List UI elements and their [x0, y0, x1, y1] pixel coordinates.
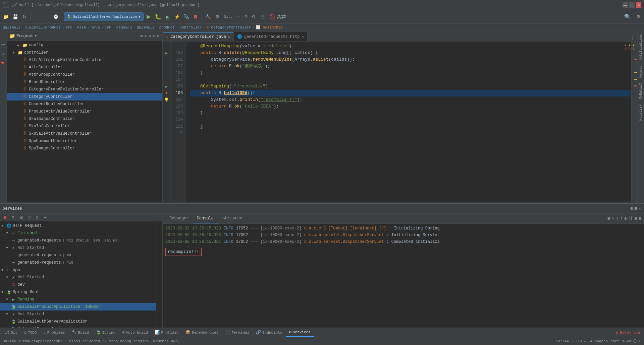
attach-button[interactable]: 📎 — [182, 12, 191, 21]
structure-icon[interactable]: ≡ — [1, 51, 6, 58]
toolbar-save-btn[interactable]: 💾 — [11, 12, 19, 21]
svc-not-started-npm[interactable]: ▼ ✗ Not Started — [0, 274, 156, 281]
svc-running[interactable]: ▼ ▶ Running — [0, 296, 156, 303]
project-collapse-icon[interactable]: ⇕ — [144, 33, 147, 39]
translate-button[interactable]: A⇄ — [277, 12, 286, 21]
tab-generated-requests[interactable]: 🌐 generated-requests.http ✕ — [234, 32, 308, 41]
tasks-button[interactable]: ☰ — [258, 12, 267, 21]
coverage-button[interactable]: ▶̲ — [163, 12, 172, 21]
tree-item-config[interactable]: ▶ 📁 config — [7, 42, 162, 49]
search-everywhere-btn[interactable]: 🔍 — [623, 12, 632, 21]
svc-collapse-btn[interactable]: ⇕ — [9, 214, 17, 221]
tree-item-ProductAttrValueController[interactable]: © ProductAttrValueController — [7, 108, 162, 115]
status-cart[interactable]: cart — [610, 339, 619, 343]
lamp-icon-107[interactable]: 💡 — [164, 97, 169, 102]
breadcrumb-product2[interactable]: product — [159, 25, 175, 29]
tree-item-SpuCommentController[interactable]: © SpuCommentController — [7, 137, 162, 145]
run-config-selector[interactable]: 🍃 GulimallAuthServerApplication ▼ — [64, 12, 144, 21]
svc-not-started-spring[interactable]: ▼ ✗ Not Started — [0, 310, 156, 318]
bookmarks-icon[interactable]: 🔖 — [1, 59, 6, 68]
tab-close-2[interactable]: ✕ — [302, 35, 304, 39]
breadcrumb-atguigu[interactable]: atguigu — [116, 25, 132, 29]
debug-button[interactable]: 🐛 — [154, 12, 162, 21]
svc-tab-icon-5[interactable]: ⊘ — [624, 216, 627, 221]
breadcrumb-java[interactable]: java — [91, 25, 100, 29]
project-dropdown-arrow[interactable]: ▼ — [35, 34, 37, 38]
services-settings-icon[interactable]: ⚙ — [630, 206, 633, 211]
breadcrumb-main[interactable]: main — [77, 25, 86, 29]
svc-tab-icon-8[interactable]: ⊟ — [639, 216, 641, 221]
breadcrumb-com[interactable]: com — [105, 25, 111, 29]
project-locate-icon[interactable]: ⊕ — [140, 33, 143, 39]
svc-tab-icon-6[interactable]: ⏸ — [628, 216, 633, 221]
bottom-tab-autobuild[interactable]: ⚙ Auto-build — [119, 328, 151, 337]
breadcrumb-product[interactable]: gulimall-product — [25, 25, 61, 29]
tab-close-1[interactable]: ✕ — [228, 35, 230, 39]
status-encoding[interactable]: UTF-8 — [577, 339, 588, 343]
services-layout-icon[interactable]: ⊞ — [634, 206, 637, 211]
event-log-badge[interactable]: ▲ Event Log — [615, 331, 640, 335]
breakpoint-106[interactable]: ● — [165, 90, 168, 96]
tree-item-CategoryController[interactable]: © CategoryController — [7, 93, 162, 100]
bottom-tab-git[interactable]: ⎇ Git — [1, 328, 21, 337]
svc-http-request[interactable]: ▼ 🌐 HTTP Request — [0, 222, 156, 229]
bookmark-button[interactable]: 🚫 — [268, 12, 276, 21]
svc-filter-btn[interactable]: ▽ — [25, 214, 33, 221]
svc-dev[interactable]: □ dev — [0, 281, 156, 288]
navigate-icon[interactable]: ☞ — [263, 43, 265, 50]
svc-sort-btn[interactable]: ⇅ — [34, 214, 41, 221]
svc-finished[interactable]: ▼ ✓ Finished — [0, 229, 156, 237]
svc-not-started-1[interactable]: ▼ ✗ Not Started — [0, 244, 156, 252]
svc-tab-console[interactable]: Console — [193, 214, 218, 223]
bottom-tab-services[interactable]: ⚙ Services — [286, 328, 314, 337]
run-indicator-100[interactable]: ▶ — [165, 51, 168, 55]
git-revert-btn[interactable]: ⟲ — [249, 12, 258, 21]
tree-item-CommentReplayController[interactable]: © CommentReplayController — [7, 100, 162, 108]
services-log[interactable]: 2023-02-02 13:36:15.328 INFO 17052 --- [… — [163, 224, 644, 328]
bottom-tab-endpoints[interactable]: 🔗 Endpoints — [253, 328, 285, 337]
svc-coupon[interactable]: 🍃 GulimallCouponApplication — [0, 325, 156, 328]
svc-tab-icon-1[interactable]: ⊞ — [607, 216, 610, 221]
bottom-tab-spring[interactable]: 🍃 Spring — [93, 328, 119, 337]
svc-req-11[interactable]: — generated-requests | #11 Status: 200 (… — [0, 237, 156, 244]
tab-settings-button[interactable]: ⋮ — [627, 36, 637, 41]
svc-add-btn[interactable]: ＋ — [42, 214, 49, 221]
svc-npm[interactable]: ▼ □ npm — [0, 266, 156, 274]
minimize-button[interactable]: — — [623, 2, 628, 8]
run-button[interactable]: ▶ — [144, 12, 153, 21]
svc-tab-icon-7[interactable]: ⊞ — [634, 216, 637, 221]
bottom-tab-build[interactable]: 🔨 Build — [68, 328, 93, 337]
svc-restart-btn[interactable]: ⏹ — [1, 214, 9, 221]
tree-item-CategoryBrandRelationController[interactable]: © CategoryBrandRelationController — [7, 86, 162, 93]
project-icon[interactable]: P — [1, 33, 6, 40]
svc-req-10[interactable]: — generated-requests | #10 — [0, 259, 156, 266]
run-indicator-105[interactable]: ▶ — [165, 84, 168, 89]
close-button[interactable]: ✕ — [636, 2, 641, 8]
navigate-icon-105[interactable]: ☞ — [232, 83, 234, 90]
toolbar-refresh-btn[interactable]: ↻ — [20, 12, 29, 21]
tree-item-SpuImagesController[interactable]: © SpuImagesController — [7, 145, 162, 152]
tree-item-BrandController[interactable]: © BrandController — [7, 78, 162, 86]
svc-spring-boot[interactable]: ▼ 🍃 Spring Boot — [0, 288, 156, 296]
settings-button[interactable]: ⚙ — [213, 12, 222, 21]
svc-gulimall-product[interactable]: 🍃 GulimallProductApplication :10000/ — [0, 303, 156, 310]
tree-item-AttrAttrgroupRelationController[interactable]: © AttrAttrgroupRelationController — [7, 56, 162, 64]
tree-item-SkuSaleAttrValueController[interactable]: © SkuSaleAttrValueController — [7, 130, 162, 137]
code-content[interactable]: @RequestMapping(value = ☞"/delete") publ… — [186, 42, 631, 202]
bottom-tab-profiler[interactable]: 📊 Profiler — [151, 328, 182, 337]
svc-auth-server[interactable]: 🍃 GulimallAuthServerApplication — [0, 318, 156, 325]
svc-group-btn[interactable]: ⊞ — [17, 214, 25, 221]
breadcrumb-src[interactable]: src — [66, 25, 72, 29]
commit-icon[interactable]: ⎇ — [1, 41, 6, 50]
keymap-label[interactable]: Keymap — [638, 63, 643, 80]
notifications-label[interactable]: Notifications — [638, 31, 643, 63]
breadcrumb-gulimall2[interactable]: gulimall — [137, 25, 154, 29]
bottom-tab-dependencies[interactable]: 📦 Dependencies — [182, 328, 222, 337]
mybatisx-label-1[interactable]: MyBatisX — [638, 80, 643, 102]
toolbar-recent-btn[interactable]: ⌚ — [51, 12, 60, 21]
toolbar-back-btn[interactable]: ← — [33, 12, 41, 21]
toolbar-forward-btn[interactable]: → — [42, 12, 51, 21]
mybatisx-label-2[interactable]: MybatisX — [638, 102, 643, 123]
project-close-icon[interactable]: ✕ — [157, 33, 160, 39]
settings-gear-btn[interactable]: ⚙ — [634, 12, 643, 21]
